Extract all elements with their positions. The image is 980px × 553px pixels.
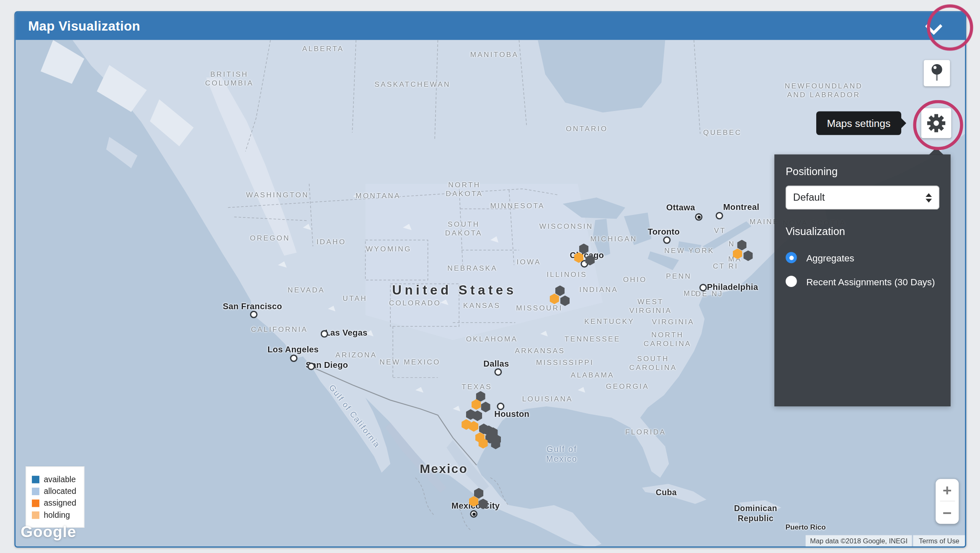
positioning-label: Positioning <box>786 165 939 178</box>
map-canvas[interactable]: ALBERTABRITISH COLUMBIASASKATCHEWANMANIT… <box>15 40 965 547</box>
zoom-out-button[interactable]: − <box>936 501 959 523</box>
hex-marker-gray[interactable] <box>585 255 595 265</box>
map-legend: availableallocatedassignedholding <box>26 466 84 527</box>
terms-of-use-link[interactable]: Terms of Use <box>913 535 965 546</box>
positioning-select-value: Default <box>793 192 825 203</box>
chevron-down-icon <box>925 18 942 35</box>
hex-marker-gray[interactable] <box>743 251 753 261</box>
viz-option-label: Aggregates <box>806 252 854 263</box>
pin-icon <box>924 60 950 86</box>
hex-marker-gray[interactable] <box>579 243 588 254</box>
viz-option-label: Recent Assignments (30 Days) <box>806 276 935 287</box>
legend-label: allocated <box>44 486 76 496</box>
hex-marker-orange[interactable] <box>574 252 583 263</box>
hex-marker-orange[interactable] <box>733 248 742 259</box>
attribution-bar: Map data ©2018 Google, INEGI Terms of Us… <box>806 535 965 546</box>
hex-marker-orange[interactable] <box>550 294 559 304</box>
legend-label: available <box>44 475 76 484</box>
card-header: Map Visualization <box>15 13 965 40</box>
maps-settings-tooltip: Maps settings <box>816 111 901 135</box>
legend-swatch-assigned <box>32 499 39 507</box>
positioning-select[interactable]: Default <box>786 186 939 209</box>
zoom-in-button[interactable]: + <box>936 479 959 501</box>
visualization-options: AggregatesRecent Assignments (30 Days) <box>786 252 939 287</box>
legend-label: assigned <box>44 498 76 507</box>
visualization-label: Visualization <box>786 226 939 238</box>
page-title: Map Visualization <box>15 19 140 34</box>
viz-option-0[interactable]: Aggregates <box>786 252 939 263</box>
viz-option-1[interactable]: Recent Assignments (30 Days) <box>786 276 939 287</box>
maps-settings-tooltip-label: Maps settings <box>827 118 890 129</box>
hex-marker-gray[interactable] <box>478 499 487 509</box>
collapse-button[interactable] <box>924 19 943 35</box>
legend-swatch-holding <box>32 511 39 519</box>
zoom-control: + − <box>936 479 959 524</box>
legend-item-holding: holding <box>32 510 76 519</box>
legend-item-allocated: allocated <box>32 486 76 496</box>
legend-swatch-available <box>32 475 39 483</box>
hex-marker-orange[interactable] <box>469 496 478 506</box>
legend-swatch-allocated <box>32 487 39 495</box>
radio-icon[interactable] <box>786 276 797 287</box>
hex-marker-gray[interactable] <box>560 295 570 306</box>
maps-settings-panel: Positioning Default Visualization Aggreg… <box>774 155 951 406</box>
hex-marker-gray[interactable] <box>737 240 746 250</box>
hex-marker-gray[interactable] <box>481 402 490 412</box>
gear-icon <box>927 114 946 133</box>
hex-marker-gray[interactable] <box>555 285 565 296</box>
map-data-attribution: Map data ©2018 Google, INEGI <box>806 535 912 546</box>
legend-item-assigned: assigned <box>32 498 76 507</box>
legend-label: holding <box>44 510 70 519</box>
hex-marker-gray[interactable] <box>474 488 483 499</box>
pin-button[interactable] <box>924 60 950 86</box>
legend-item-available: available <box>32 475 76 484</box>
select-arrows-icon <box>926 193 932 202</box>
tooltip-arrow <box>901 118 906 128</box>
map-visualization-card: Map Visualization <box>14 11 966 548</box>
google-logo[interactable]: Google <box>21 523 76 541</box>
panel-caret <box>929 147 944 155</box>
maps-settings-button[interactable] <box>921 108 952 138</box>
radio-selected-icon[interactable] <box>786 252 797 263</box>
